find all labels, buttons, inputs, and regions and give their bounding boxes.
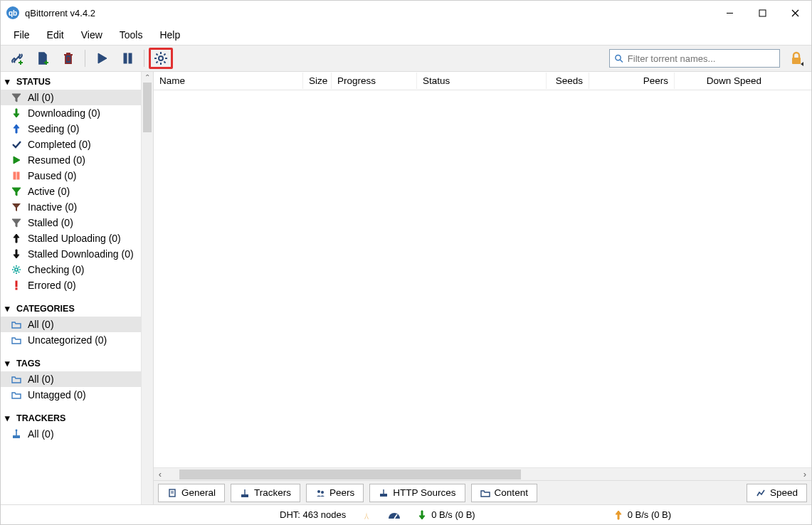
menu-help[interactable]: Help <box>151 26 189 43</box>
window-close-button[interactable] <box>779 1 811 25</box>
speedometer-icon[interactable] <box>387 510 401 520</box>
tab-peers[interactable]: Peers <box>306 484 364 502</box>
status-stalled[interactable]: Stalled (0) <box>1 215 141 230</box>
section-tags-header[interactable]: ▾ TAGS <box>1 354 141 371</box>
status-stalled-uploading[interactable]: Stalled Uploading (0) <box>1 230 141 246</box>
tab-label: Peers <box>329 487 354 498</box>
status-paused[interactable]: Paused (0) <box>1 168 141 184</box>
col-seeds[interactable]: Seeds <box>547 73 589 89</box>
svg-marker-33 <box>14 234 19 243</box>
funnel-icon <box>11 217 22 228</box>
status-resumed[interactable]: Resumed (0) <box>1 152 141 168</box>
status-checking[interactable]: Checking (0) <box>1 262 141 277</box>
tag-untagged[interactable]: Untagged (0) <box>1 387 141 403</box>
window-minimize-button[interactable] <box>713 1 746 25</box>
tab-label: Trackers <box>254 487 291 498</box>
down-arrow-icon <box>11 248 22 260</box>
window-maximize-button[interactable] <box>746 1 779 25</box>
svg-line-17 <box>164 61 165 63</box>
status-inactive[interactable]: Inactive (0) <box>1 199 141 215</box>
delete-button[interactable] <box>56 48 80 69</box>
upload-speed[interactable]: 0 B/s (0 B) <box>613 509 671 520</box>
category-label: Uncategorized (0) <box>28 334 107 346</box>
download-speed[interactable]: 0 B/s (0 B) <box>417 509 475 520</box>
menubar: File Edit View Tools Help <box>1 25 811 45</box>
svg-marker-32 <box>12 219 21 227</box>
col-name[interactable]: Name <box>154 73 303 89</box>
section-trackers-header[interactable]: ▾ TRACKERS <box>1 408 141 426</box>
svg-marker-31 <box>12 203 21 211</box>
tab-http-sources[interactable]: HTTP Sources <box>369 484 465 502</box>
svg-rect-46 <box>13 435 20 438</box>
svg-marker-8 <box>98 53 107 63</box>
pause-button[interactable] <box>115 48 139 69</box>
col-status[interactable]: Status <box>417 73 547 89</box>
up-arrow-icon <box>11 233 22 244</box>
settings-button[interactable] <box>149 48 173 69</box>
sidebar-scrollbar[interactable]: ⌃ <box>141 72 153 504</box>
filter-input[interactable] <box>628 53 775 64</box>
toolbar-separator <box>144 50 144 67</box>
tab-content[interactable]: Content <box>471 484 537 502</box>
tracker-label: All (0) <box>28 428 54 440</box>
menu-edit[interactable]: Edit <box>38 26 73 43</box>
status-active[interactable]: Active (0) <box>1 184 141 199</box>
chevron-down-icon: ▾ <box>5 413 12 423</box>
section-status-header[interactable]: ▾ STATUS <box>1 72 141 90</box>
svg-point-20 <box>616 55 621 60</box>
funnel-icon <box>11 186 22 197</box>
tag-label: All (0) <box>28 373 54 385</box>
status-stalled-downloading[interactable]: Stalled Downloading (0) <box>1 246 141 262</box>
document-icon <box>167 488 177 498</box>
server-icon <box>379 488 389 498</box>
svg-line-18 <box>157 61 158 63</box>
status-label: Seeding (0) <box>28 123 79 134</box>
scroll-left-icon[interactable]: ‹ <box>154 469 167 479</box>
category-all[interactable]: All (0) <box>1 317 141 332</box>
menu-view[interactable]: View <box>73 26 111 43</box>
svg-rect-28 <box>14 172 16 179</box>
tag-all[interactable]: All (0) <box>1 371 141 387</box>
svg-point-11 <box>159 56 163 60</box>
section-label: STATUS <box>16 77 51 87</box>
status-seeding[interactable]: Seeding (0) <box>1 121 141 137</box>
dht-status: DHT: 463 nodes <box>280 509 346 520</box>
svg-rect-9 <box>124 53 127 63</box>
col-peers[interactable]: Peers <box>589 73 675 89</box>
tracker-all[interactable]: All (0) <box>1 426 141 442</box>
add-link-button[interactable] <box>5 48 29 69</box>
horizontal-scrollbar[interactable]: ‹ › <box>154 467 811 480</box>
col-progress[interactable]: Progress <box>332 73 417 89</box>
status-label: Checking (0) <box>28 264 84 275</box>
tab-trackers[interactable]: Trackers <box>231 484 300 502</box>
col-size[interactable]: Size <box>303 73 332 89</box>
col-down-speed[interactable]: Down Speed <box>675 73 767 89</box>
filter-searchbox[interactable] <box>609 49 780 68</box>
status-completed[interactable]: Completed (0) <box>1 137 141 152</box>
scroll-right-icon[interactable]: › <box>798 469 811 479</box>
section-label: TRACKERS <box>16 413 65 423</box>
tab-general[interactable]: General <box>158 484 225 502</box>
search-icon <box>614 53 623 63</box>
status-all[interactable]: All (0) <box>1 90 141 105</box>
status-errored[interactable]: Errored (0) <box>1 277 141 293</box>
lock-icon[interactable] <box>789 51 804 66</box>
svg-rect-45 <box>16 288 17 290</box>
menu-file[interactable]: File <box>5 26 38 43</box>
scrollbar-thumb[interactable] <box>179 470 521 479</box>
sidebar: ▾ STATUS All (0) Downloading (0) Seeding… <box>1 72 141 504</box>
toolbar-separator <box>85 50 85 67</box>
tab-speed[interactable]: Speed <box>747 484 807 502</box>
play-icon <box>11 154 22 166</box>
folder-icon <box>11 319 22 330</box>
svg-line-16 <box>157 54 158 55</box>
section-categories-header[interactable]: ▾ CATEGORIES <box>1 299 141 317</box>
section-label: CATEGORIES <box>16 304 75 314</box>
tab-label: HTTP Sources <box>393 487 455 498</box>
add-file-button[interactable] <box>31 48 55 69</box>
category-uncategorized[interactable]: Uncategorized (0) <box>1 332 141 348</box>
tab-label: Content <box>495 487 528 498</box>
menu-tools[interactable]: Tools <box>111 26 152 43</box>
resume-button[interactable] <box>90 48 114 69</box>
status-downloading[interactable]: Downloading (0) <box>1 105 141 121</box>
